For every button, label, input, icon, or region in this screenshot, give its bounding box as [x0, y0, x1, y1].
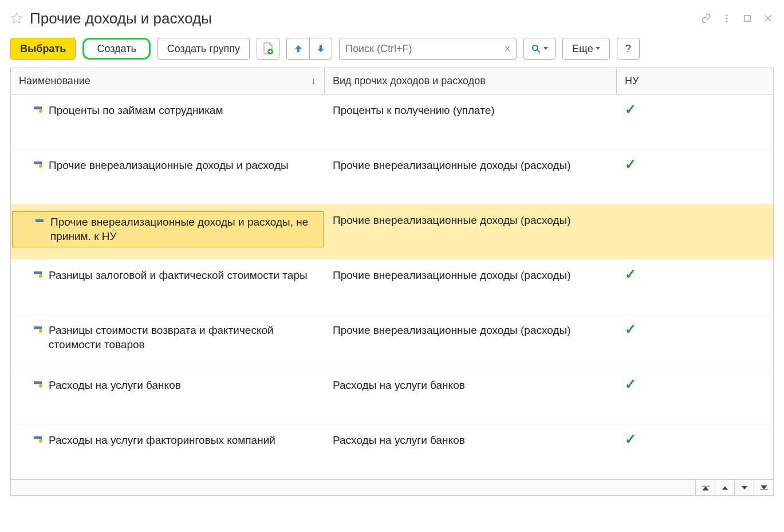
- item-name: Разницы стоимости возврата и фактической…: [49, 324, 324, 352]
- item-icon: [12, 269, 49, 278]
- item-icon: [12, 379, 49, 388]
- svg-rect-4: [744, 15, 751, 22]
- svg-point-1: [726, 14, 728, 16]
- checkmark-icon: ✓: [625, 376, 636, 392]
- item-name: Разницы залоговой и фактической стоимост…: [49, 269, 324, 283]
- cell-nu: ✓: [617, 424, 773, 447]
- help-button[interactable]: ?: [617, 38, 640, 60]
- table-row[interactable]: Расходы на услуги факторинговых компаний…: [11, 424, 773, 479]
- table-row[interactable]: Расходы на услуги банковРасходы на услуг…: [11, 369, 773, 424]
- create-group-button[interactable]: Создать группу: [157, 38, 250, 60]
- item-name: Расходы на услуги факторинговых компаний: [49, 434, 324, 448]
- cell-nu: ✓: [617, 314, 773, 337]
- svg-point-2: [726, 18, 728, 19]
- titlebar: Прочие доходы и расходы: [10, 5, 774, 32]
- svg-rect-19: [34, 381, 42, 384]
- item-name: Прочие внереализационные доходы и расход…: [50, 215, 322, 243]
- svg-point-11: [39, 109, 42, 113]
- item-icon: [12, 324, 49, 333]
- more-button[interactable]: Еще: [562, 38, 610, 60]
- svg-point-16: [39, 274, 42, 278]
- cell-name: Прочие внереализационные доходы и расход…: [11, 149, 325, 182]
- svg-line-9: [537, 50, 540, 53]
- search-field[interactable]: ×: [339, 38, 517, 60]
- scroll-top-button[interactable]: [695, 480, 715, 495]
- svg-rect-10: [34, 107, 42, 109]
- more-label: Еще: [572, 43, 593, 55]
- search-dropdown-button[interactable]: [523, 38, 556, 60]
- svg-marker-0: [11, 13, 22, 23]
- cell-name: Расходы на услуги факторинговых компаний: [11, 424, 325, 457]
- svg-point-13: [39, 164, 42, 168]
- svg-rect-15: [34, 271, 42, 274]
- toolbar: Выбрать Создать Создать группу × Еще: [10, 37, 774, 61]
- header-name-label: Наименование: [19, 75, 90, 87]
- sort-down-icon: ↓: [311, 75, 316, 87]
- cell-type: Прочие внереализационные доходы (расходы…: [325, 259, 617, 283]
- chevron-down-icon: [596, 47, 600, 50]
- table-row[interactable]: Разницы стоимости возврата и фактической…: [11, 314, 773, 369]
- cell-nu: ✓: [617, 259, 773, 282]
- select-button[interactable]: Выбрать: [10, 38, 76, 60]
- checkmark-icon: ✓: [625, 101, 636, 117]
- chevron-down-icon: [543, 47, 548, 50]
- window-frame: Прочие доходы и расходы Выбрать Создать …: [0, 0, 784, 532]
- svg-rect-17: [34, 326, 42, 329]
- close-icon[interactable]: [762, 13, 774, 24]
- next-button[interactable]: [309, 38, 332, 60]
- scroll-footer: [11, 479, 773, 495]
- cell-nu: ✓: [617, 369, 773, 392]
- svg-point-8: [533, 45, 538, 50]
- cell-name: Проценты по займам сотрудникам: [11, 94, 325, 127]
- header-name[interactable]: Наименование ↓: [11, 68, 325, 94]
- table-row[interactable]: Прочие внереализационные доходы и расход…: [11, 204, 773, 259]
- cell-name: Разницы залоговой и фактической стоимост…: [11, 259, 325, 292]
- checkmark-icon: ✓: [625, 431, 636, 447]
- scroll-bottom-button[interactable]: [754, 480, 773, 495]
- more-icon[interactable]: [721, 13, 732, 24]
- item-icon: [12, 104, 49, 113]
- favorite-icon[interactable]: [10, 12, 23, 25]
- svg-point-18: [39, 329, 42, 333]
- checkmark-icon: ✓: [625, 156, 636, 172]
- prev-button[interactable]: [286, 38, 309, 60]
- cell-type: Прочие внереализационные доходы (расходы…: [325, 204, 617, 228]
- table-header: Наименование ↓ Вид прочих доходов и расх…: [11, 68, 773, 94]
- cell-type: Прочие внереализационные доходы (расходы…: [325, 314, 617, 338]
- table-row[interactable]: Разницы залоговой и фактической стоимост…: [11, 259, 773, 314]
- cell-type: Проценты к получению (уплате): [325, 94, 617, 118]
- item-name: Прочие внереализационные доходы и расход…: [49, 159, 324, 173]
- table-row[interactable]: Проценты по займам сотрудникамПроценты к…: [11, 94, 773, 149]
- checkmark-icon: ✓: [625, 266, 636, 282]
- cell-type: Прочие внереализационные доходы (расходы…: [325, 149, 617, 173]
- item-name: Расходы на услуги банков: [49, 379, 324, 393]
- page-title: Прочие доходы и расходы: [30, 10, 700, 27]
- scroll-up-button[interactable]: [715, 480, 734, 495]
- window-controls: [700, 13, 774, 24]
- nav-group: [286, 38, 332, 60]
- item-name: Проценты по займам сотрудникам: [49, 104, 324, 118]
- clear-search-icon[interactable]: ×: [499, 43, 516, 55]
- search-input[interactable]: [340, 43, 499, 55]
- checkmark-icon: ✓: [625, 321, 636, 337]
- svg-rect-14: [36, 219, 44, 222]
- cell-nu: ✓: [617, 94, 773, 117]
- cell-name: Расходы на услуги банков: [11, 369, 325, 402]
- cell-nu: [617, 204, 773, 211]
- header-type[interactable]: Вид прочих доходов и расходов: [325, 68, 617, 94]
- item-icon: [12, 434, 49, 443]
- table-body: Проценты по займам сотрудникамПроценты к…: [11, 94, 773, 479]
- new-document-button[interactable]: [257, 38, 279, 60]
- maximize-icon[interactable]: [742, 13, 753, 24]
- item-icon: [12, 159, 49, 168]
- cell-type: Расходы на услуги банков: [325, 369, 617, 393]
- cell-name: Разницы стоимости возврата и фактической…: [11, 314, 325, 361]
- cell-type: Расходы на услуги банков: [325, 424, 617, 448]
- create-button[interactable]: Создать: [82, 38, 150, 60]
- link-icon[interactable]: [700, 13, 712, 24]
- header-nu[interactable]: НУ: [617, 68, 773, 94]
- svg-point-22: [39, 439, 42, 443]
- svg-rect-12: [34, 161, 42, 164]
- scroll-down-button[interactable]: [734, 480, 754, 495]
- table-row[interactable]: Прочие внереализационные доходы и расход…: [11, 149, 773, 204]
